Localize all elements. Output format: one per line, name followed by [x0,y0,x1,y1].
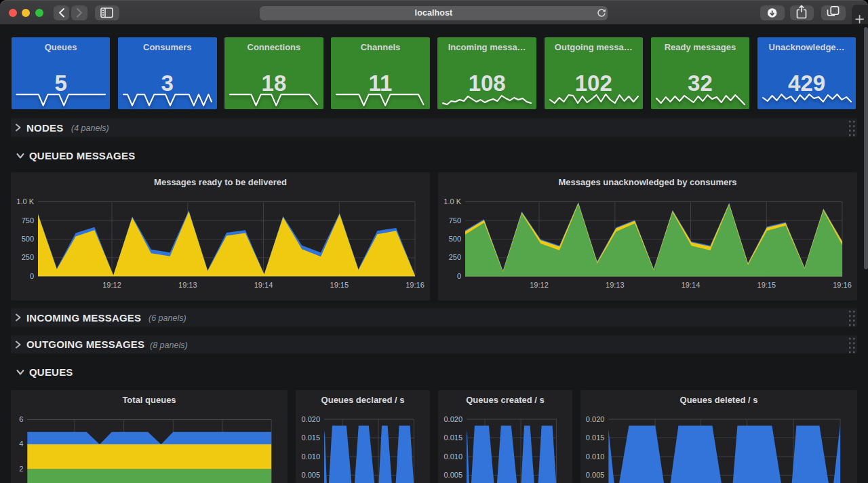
svg-text:250: 250 [449,253,461,261]
svg-text:Queues declared / s: Queues declared / s [321,395,405,405]
svg-text:Messages unacknowledged by con: Messages unacknowledged by consumers [559,177,737,187]
svg-text:0.005: 0.005 [586,471,605,479]
svg-text:19:15: 19:15 [757,281,776,289]
svg-text:0.020: 0.020 [443,415,462,423]
svg-text:0: 0 [457,272,461,280]
svg-text:19:15: 19:15 [330,281,349,289]
svg-text:19:14: 19:14 [254,281,273,289]
svg-text:Messages ready to be delivered: Messages ready to be delivered [154,177,287,187]
svg-text:1.0 K: 1.0 K [16,197,34,206]
svg-text:750: 750 [449,216,461,225]
svg-text:0.005: 0.005 [443,471,462,479]
svg-text:0.020: 0.020 [586,415,605,423]
svg-text:19:16: 19:16 [406,281,425,289]
svg-text:750: 750 [22,216,34,225]
svg-text:0.010: 0.010 [443,452,462,461]
svg-text:0.005: 0.005 [301,471,320,479]
svg-text:Queues deleted / s: Queues deleted / s [680,395,758,405]
svg-text:Queues created / s: Queues created / s [466,395,545,405]
svg-text:Total queues: Total queues [122,395,176,405]
svg-text:19:13: 19:13 [178,281,197,289]
svg-text:500: 500 [22,235,34,243]
svg-text:4: 4 [19,440,23,448]
svg-text:19:12: 19:12 [102,281,121,289]
svg-text:19:13: 19:13 [606,281,625,289]
svg-text:0.015: 0.015 [586,433,605,442]
svg-text:19:16: 19:16 [833,281,852,289]
svg-text:0.015: 0.015 [443,433,462,442]
svg-text:2: 2 [19,465,23,473]
svg-text:500: 500 [449,235,461,243]
svg-text:0: 0 [30,272,34,280]
svg-text:0.010: 0.010 [301,452,320,461]
svg-text:6: 6 [19,415,23,423]
svg-text:0.020: 0.020 [301,415,320,423]
svg-text:19:14: 19:14 [682,281,701,289]
svg-text:0.015: 0.015 [301,433,320,442]
svg-text:0.010: 0.010 [586,452,605,461]
svg-text:250: 250 [22,253,34,261]
svg-text:19:12: 19:12 [530,281,549,289]
svg-text:1.0 K: 1.0 K [443,197,461,206]
